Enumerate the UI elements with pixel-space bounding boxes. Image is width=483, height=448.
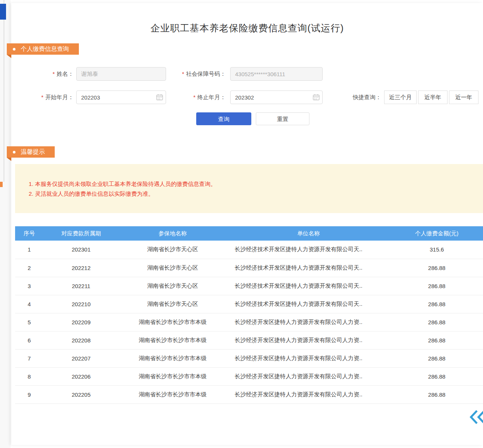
quick-query-label: 快捷查询： <box>349 91 381 104</box>
quick-btn-last-year[interactable]: 近一年 <box>449 91 478 104</box>
table-row: 5202209湖南省长沙市长沙市市本级长沙经济开发区捷特人力资源开发有限公司人力… <box>15 313 483 331</box>
table-cell: 286.88 <box>391 349 483 367</box>
table-cell: 9 <box>15 385 43 404</box>
table-cell: 5 <box>15 313 43 331</box>
bullet-dot-icon <box>13 151 15 153</box>
end-month-label: *终止年月： <box>170 91 226 104</box>
table-cell: 湖南省长沙市长沙市市本级 <box>119 331 226 349</box>
section-badge-label: 温馨提示 <box>21 148 45 156</box>
calendar-icon[interactable] <box>156 94 163 100</box>
start-month-field[interactable] <box>76 91 166 104</box>
table-cell: 286.88 <box>391 313 483 331</box>
ssn-label: *社会保障号码： <box>170 67 226 81</box>
table-row: 9202205湖南省长沙市长沙市市本级长沙经济开发区捷特人力资源开发有限公司人力… <box>15 385 483 404</box>
required-asterisk: * <box>52 71 55 77</box>
collapsed-sidebar-tab[interactable] <box>0 4 6 20</box>
table-cell: 286.88 <box>391 259 483 277</box>
table-cell: 202210 <box>43 295 119 313</box>
table-cell: 286.88 <box>391 367 483 385</box>
table-cell: 286.88 <box>391 277 483 295</box>
table-cell: 6 <box>15 331 43 349</box>
table-cell: 湖南省长沙市天心区 <box>119 259 226 277</box>
section-badge-personal-query: 个人缴费信息查询 <box>7 43 79 55</box>
table-cell: 7 <box>15 349 43 367</box>
table-cell: 长沙经济开发区捷特人力资源开发有限公司人力资.. <box>226 349 391 367</box>
table-header: 序号 对应费款所属期 参保地名称 单位名称 个人缴费金额(元) <box>15 226 483 241</box>
required-asterisk: * <box>41 94 43 100</box>
main-panel: 企业职工基本养老保险缴费信息查询(试运行) 个人缴费信息查询 *姓名： *社会保… <box>11 3 483 445</box>
quick-btn-last-half-year[interactable]: 近半年 <box>418 91 448 104</box>
table-cell: 8 <box>15 367 43 385</box>
header-unit-name: 单位名称 <box>226 226 391 241</box>
table-cell: 202205 <box>43 385 119 404</box>
name-field[interactable] <box>76 67 166 81</box>
table-cell: 湖南省长沙市长沙市市本级 <box>119 349 226 367</box>
table-cell: 202212 <box>43 259 119 277</box>
double-left-chevron-icon[interactable] <box>469 409 483 425</box>
table-cell: 长沙经济开发区捷特人力资源开发有限公司人力资.. <box>226 367 391 385</box>
query-button[interactable]: 查询 <box>196 112 251 125</box>
table-row: 4202210湖南省长沙市天心区长沙经济技术开发区捷特人力资源开发有限公司天..… <box>15 295 483 313</box>
header-fee-period: 对应费款所属期 <box>43 226 119 241</box>
tips-notice-box: 1. 本服务仅提供尚未领取企业职工基本养老保险待遇人员的缴费信息查询。 2. 灵… <box>15 164 483 213</box>
calendar-icon[interactable] <box>313 94 320 100</box>
required-asterisk: * <box>182 71 184 77</box>
page: 企业职工基本养老保险缴费信息查询(试运行) 个人缴费信息查询 *姓名： *社会保… <box>0 0 483 448</box>
table-cell: 湖南省长沙市长沙市市本级 <box>119 313 226 331</box>
table-cell: 湖南省长沙市天心区 <box>119 241 226 259</box>
table-cell: 286.88 <box>391 295 483 313</box>
table-cell: 长沙经济技术开发区捷特人力资源开发有限公司天.. <box>226 259 391 277</box>
ribbon-fold <box>7 158 11 161</box>
edge-orange-marker <box>0 182 3 187</box>
table-cell: 202301 <box>43 241 119 259</box>
table-cell: 长沙经济技术开发区捷特人力资源开发有限公司天.. <box>226 295 391 313</box>
table-cell: 长沙经济开发区捷特人力资源开发有限公司人力资.. <box>226 313 391 331</box>
table-cell: 湖南省长沙市长沙市市本级 <box>119 385 226 404</box>
table-cell: 长沙经济技术开发区捷特人力资源开发有限公司天.. <box>226 277 391 295</box>
table-row: 8202206湖南省长沙市长沙市市本级长沙经济开发区捷特人力资源开发有限公司人力… <box>15 367 483 385</box>
start-month-label: *开始年月： <box>11 91 74 104</box>
left-divider <box>4 0 4 182</box>
table-cell: 长沙经济技术开发区捷特人力资源开发有限公司天.. <box>226 241 391 259</box>
header-seq: 序号 <box>15 226 43 241</box>
table-row: 2202212湖南省长沙市天心区长沙经济技术开发区捷特人力资源开发有限公司天..… <box>15 259 483 277</box>
table-cell: 202206 <box>43 367 119 385</box>
payment-table: 序号 对应费款所属期 参保地名称 单位名称 个人缴费金额(元) 1202301湖… <box>15 226 483 404</box>
page-title: 企业职工基本养老保险缴费信息查询(试运行) <box>11 22 483 34</box>
table-cell: 202211 <box>43 277 119 295</box>
table-cell: 长沙经济开发区捷特人力资源开发有限公司人力资.. <box>226 331 391 349</box>
table-row: 3202211湖南省长沙市天心区长沙经济技术开发区捷特人力资源开发有限公司天..… <box>15 277 483 295</box>
required-asterisk: * <box>193 94 195 100</box>
table-cell: 286.88 <box>391 331 483 349</box>
table-cell: 长沙经济开发区捷特人力资源开发有限公司人力资.. <box>226 385 391 404</box>
table-cell: 3 <box>15 277 43 295</box>
table-cell: 202207 <box>43 349 119 367</box>
name-label: *姓名： <box>11 67 74 81</box>
table-row: 1202301湖南省长沙市天心区长沙经济技术开发区捷特人力资源开发有限公司天..… <box>15 241 483 259</box>
left-gutter <box>0 0 11 448</box>
ribbon-fold <box>7 55 11 58</box>
table-cell: 202209 <box>43 313 119 331</box>
table-row: 6202208湖南省长沙市长沙市市本级长沙经济开发区捷特人力资源开发有限公司人力… <box>15 331 483 349</box>
section-badge-label: 个人缴费信息查询 <box>21 45 69 53</box>
table-cell: 315.6 <box>391 241 483 259</box>
table-row: 7202207湖南省长沙市长沙市市本级长沙经济开发区捷特人力资源开发有限公司人力… <box>15 349 483 367</box>
table-cell: 湖南省长沙市天心区 <box>119 295 226 313</box>
table-cell: 202208 <box>43 331 119 349</box>
table-cell: 4 <box>15 295 43 313</box>
reset-button[interactable]: 重置 <box>256 112 309 125</box>
table-cell: 2 <box>15 259 43 277</box>
table-cell: 286.88 <box>391 385 483 404</box>
tips-line: 2. 灵活就业人员的缴费单位信息以实际缴费为准。 <box>29 189 483 199</box>
ssn-field[interactable] <box>230 67 323 81</box>
tips-line: 1. 本服务仅提供尚未领取企业职工基本养老保险待遇人员的缴费信息查询。 <box>29 179 483 189</box>
table-cell: 湖南省长沙市长沙市市本级 <box>119 367 226 385</box>
table-cell: 湖南省长沙市天心区 <box>119 277 226 295</box>
quick-btn-last-3-months[interactable]: 近三个月 <box>384 91 417 104</box>
header-insured-place: 参保地名称 <box>119 226 226 241</box>
bullet-dot-icon <box>13 48 15 51</box>
header-personal-amount: 个人缴费金额(元) <box>391 226 483 241</box>
section-badge-tips: 温馨提示 <box>7 146 55 158</box>
table-cell: 1 <box>15 241 43 259</box>
end-month-field[interactable] <box>230 91 323 104</box>
